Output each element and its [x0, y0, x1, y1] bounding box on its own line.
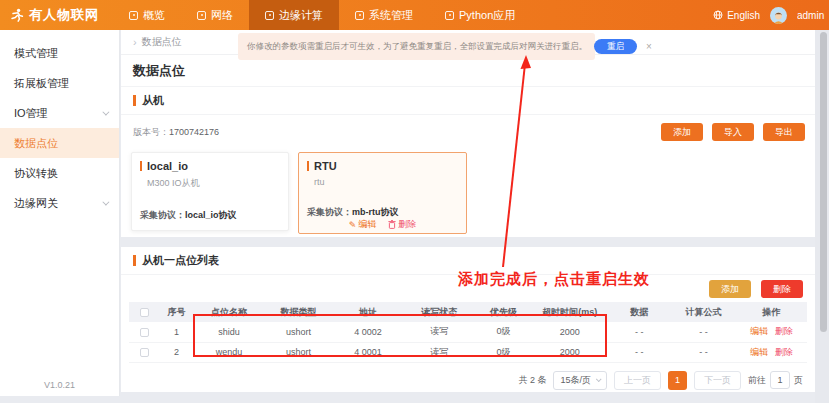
cell-data: - - — [607, 322, 671, 342]
col-header-address: 地址 — [332, 302, 403, 322]
restart-button[interactable]: 重启 — [594, 39, 637, 54]
col-header-index: 序号 — [160, 302, 194, 322]
sidebar-menu: 模式管理 拓展板管理 IO管理 数据点位 协议转换 边缘网关 — [0, 30, 119, 218]
header-checkbox-cell — [129, 302, 160, 322]
cell-point-name: wendu — [193, 342, 264, 362]
globe-icon — [713, 10, 723, 20]
page-size-value: 15条/页 — [560, 374, 591, 387]
brand-name: 有人物联网 — [29, 6, 99, 24]
nav-tab-python[interactable]: Python应用 — [429, 0, 531, 30]
col-header-point-name: 点位名称 — [193, 302, 264, 322]
sidebar-item-expansion-board[interactable]: 拓展板管理 — [0, 68, 119, 98]
slave-actions: 添加 导入 导出 — [661, 123, 805, 141]
cell-data: - - — [607, 342, 671, 362]
section-gap — [121, 237, 815, 247]
cell-operation: 编辑 删除 — [736, 322, 807, 342]
scrollbar-track[interactable] — [815, 30, 829, 403]
running-man-icon — [10, 8, 24, 22]
device-card-title-row: local_io — [140, 160, 280, 172]
delete-device-link[interactable]: 删除 — [388, 218, 416, 231]
device-card-rtu[interactable]: RTU rtu 采集协议：mb-rtu协议 ✎编辑 删除 — [298, 152, 467, 234]
sidebar-item-data-points[interactable]: 数据点位 — [0, 128, 119, 158]
prev-page-button[interactable]: 上一页 — [614, 371, 661, 390]
sidebar-item-io-management[interactable]: IO管理 — [0, 98, 119, 128]
user-avatar[interactable] — [770, 7, 787, 24]
language-label: English — [727, 10, 760, 21]
device-protocol: 采集协议：local_io协议 — [140, 209, 237, 222]
sidebar-item-mode-management[interactable]: 模式管理 — [0, 38, 119, 68]
nav-tab-system[interactable]: 系统管理 — [339, 0, 429, 30]
edit-row-link[interactable]: 编辑 — [750, 325, 768, 338]
slave-section-title: 从机 — [142, 93, 164, 108]
points-table: 序号 点位名称 数据类型 地址 读写状态 优先级 超时时间(ms) 数据 计算公… — [129, 302, 807, 363]
add-point-button[interactable]: 添加 — [709, 280, 751, 298]
import-button[interactable]: 导入 — [712, 123, 754, 141]
table-row: 2 wendu ushort 4 0001 读写 0级 2000 - - - -… — [129, 342, 807, 362]
cell-timeout: 2000 — [532, 342, 607, 362]
cell-timeout: 2000 — [532, 322, 607, 342]
nav-tab-overview[interactable]: 概览 — [113, 0, 181, 30]
row-checkbox-cell — [129, 322, 160, 342]
device-description: rtu — [314, 177, 458, 187]
cell-address: 4 0001 — [332, 342, 403, 362]
cell-priority: 0级 — [475, 342, 533, 362]
pagination: 共 2 条 15条/页 上一页 1 下一页 前往 页 — [121, 363, 815, 390]
sidebar-item-edge-gateway[interactable]: 边缘网关 — [0, 188, 119, 218]
language-switch[interactable]: English — [713, 10, 760, 21]
close-icon[interactable]: × — [644, 41, 654, 52]
edit-row-link[interactable]: 编辑 — [750, 346, 768, 359]
export-button[interactable]: 导出 — [763, 123, 805, 141]
device-card-local-io[interactable]: local_io M300 IO从机 采集协议：local_io协议 — [131, 152, 289, 231]
version-value: 1700742176 — [169, 127, 219, 137]
cell-data-type: ushort — [265, 322, 333, 342]
cell-formula: - - — [671, 342, 735, 362]
delete-row-link[interactable]: 删除 — [775, 346, 793, 359]
avatar-face-icon — [772, 11, 785, 24]
points-section-header: 从机一点位列表 — [121, 247, 815, 275]
sidebar-item-protocol-conversion[interactable]: 协议转换 — [0, 158, 119, 188]
nav-tab-label: 边缘计算 — [279, 8, 323, 23]
protocol-value: local_io协议 — [185, 210, 237, 220]
edit-device-link[interactable]: ✎编辑 — [349, 218, 377, 231]
current-page-button[interactable]: 1 — [668, 371, 687, 390]
goto-page-input[interactable] — [770, 371, 790, 389]
goto-unit: 页 — [794, 374, 803, 387]
tab-bullet-icon — [129, 11, 138, 20]
delete-point-button[interactable]: 删除 — [761, 280, 803, 298]
chevron-down-icon — [102, 108, 109, 115]
add-slave-button[interactable]: 添加 — [661, 123, 703, 141]
protocol-label: 采集协议： — [140, 210, 185, 220]
protocol-value: mb-rtu协议 — [352, 207, 399, 217]
slave-section-header: 从机 — [121, 87, 815, 115]
section-accent-bar — [133, 95, 136, 106]
main-content: › 数据点位 数据点位 从机 版本号：1700742176 添加 导入 导出 — [121, 30, 815, 403]
version-label: 版本号： — [133, 127, 169, 137]
device-name: RTU — [314, 160, 337, 172]
nav-tab-network[interactable]: 网络 — [181, 0, 249, 30]
cell-rw-status: 读写 — [404, 342, 475, 362]
row-checkbox[interactable] — [140, 328, 149, 337]
slave-device-cards: local_io M300 IO从机 采集协议：local_io协议 RTU r… — [121, 145, 815, 241]
breadcrumb-label[interactable]: 数据点位 — [142, 35, 182, 49]
select-all-checkbox[interactable] — [140, 308, 149, 317]
top-navbar: 有人物联网 概览 网络 边缘计算 系统管理 Python应用 — [0, 0, 829, 30]
device-name: local_io — [147, 160, 188, 172]
nav-tab-label: 系统管理 — [369, 8, 413, 23]
goto-page: 前往 页 — [748, 371, 803, 389]
nav-tab-edge-computing[interactable]: 边缘计算 — [249, 0, 339, 30]
cell-index: 2 — [160, 342, 194, 362]
scrollbar-thumb[interactable] — [820, 32, 827, 332]
delete-row-link[interactable]: 删除 — [775, 325, 793, 338]
left-sidebar: 模式管理 拓展板管理 IO管理 数据点位 协议转换 边缘网关 V1.0.21 — [0, 30, 120, 396]
row-checkbox[interactable] — [140, 348, 149, 357]
app-root: 有人物联网 概览 网络 边缘计算 系统管理 Python应用 — [0, 0, 829, 403]
version-number: 版本号：1700742176 — [133, 126, 219, 139]
page-size-select[interactable]: 15条/页 — [553, 371, 607, 390]
table-row: 1 shidu ushort 4 0002 读写 0级 2000 - - - -… — [129, 322, 807, 342]
points-toolbar: 添加 删除 — [121, 275, 815, 302]
username-label[interactable]: admin — [797, 10, 827, 21]
brand-logo[interactable]: 有人物联网 — [0, 0, 113, 30]
next-page-button[interactable]: 下一页 — [694, 371, 741, 390]
trash-icon — [388, 220, 396, 229]
col-header-priority: 优先级 — [475, 302, 533, 322]
